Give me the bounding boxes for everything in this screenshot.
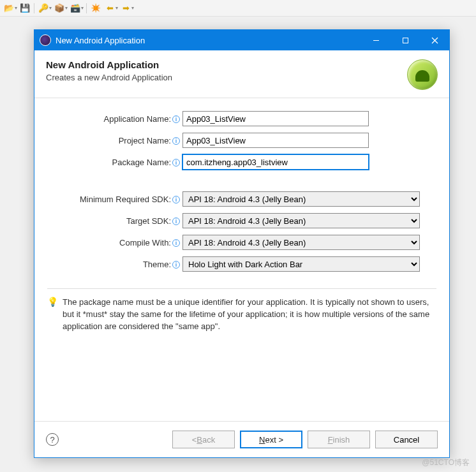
footer: ? < Back Next > Finish Cancel [34, 421, 449, 457]
application-name-input[interactable] [182, 111, 369, 126]
compile-with-label: Compile With:i [50, 238, 182, 247]
min-sdk-select[interactable]: API 18: Android 4.3 (Jelly Bean) [182, 191, 420, 207]
minimize-button[interactable] [361, 30, 390, 50]
info-icon[interactable]: i [172, 159, 180, 166]
theme-select[interactable]: Holo Light with Dark Action Bar [182, 256, 420, 272]
compile-with-select[interactable]: API 18: Android 4.3 (Jelly Bean) [182, 235, 420, 250]
star-icon[interactable]: ✴️ [89, 2, 102, 15]
page-title: New Android Application [46, 59, 407, 70]
info-icon[interactable]: i [172, 239, 180, 247]
maximize-button[interactable] [390, 30, 420, 50]
close-button[interactable] [420, 30, 449, 50]
divider [47, 288, 436, 289]
next-button[interactable]: Next > [240, 431, 302, 448]
watermark: @51CTO博客 [422, 457, 470, 468]
help-button[interactable]: ? [46, 433, 59, 446]
target-sdk-label: Target SDK:i [50, 216, 182, 226]
min-sdk-label: Minimum Required SDK:i [50, 195, 182, 204]
back-button[interactable]: < Back [172, 431, 235, 448]
target-sdk-select[interactable]: API 18: Android 4.3 (Jelly Bean) [182, 213, 420, 228]
info-icon[interactable]: i [172, 115, 180, 123]
save-icon[interactable]: 💾 [19, 2, 31, 15]
android-icon [407, 59, 438, 90]
page-subtitle: Creates a new Android Application [46, 73, 407, 82]
forward-arrow-icon[interactable]: ➡ [119, 2, 132, 15]
info-icon[interactable]: i [172, 261, 180, 269]
project-name-label: Project Name:i [50, 136, 182, 145]
form-area: Application Name:i Project Name:i Packag… [34, 98, 449, 282]
back-arrow-icon[interactable]: ⬅ [103, 2, 116, 15]
lightbulb-icon: 💡 [47, 297, 57, 307]
theme-label: Theme:i [50, 260, 182, 269]
new-android-app-dialog: New Android Application New Android Appl… [34, 29, 450, 458]
ide-toolbar: 📂▾ 💾 🔑▾ 📦▾ 🗃️▾ ✴️ ⬅▾ ➡▾ [0, 0, 476, 17]
project-name-input[interactable] [182, 133, 369, 148]
eclipse-icon [40, 34, 51, 46]
box-icon[interactable]: 🗃️ [69, 2, 82, 15]
package-name-label: Package Name:i [50, 158, 182, 167]
titlebar: New Android Application [34, 30, 449, 50]
key-icon[interactable]: 🔑 [37, 2, 50, 15]
cancel-button[interactable]: Cancel [375, 431, 438, 448]
wizard-header: New Android Application Creates a new An… [34, 50, 449, 98]
svg-rect-1 [403, 38, 408, 43]
open-folder-icon[interactable]: 📂 [3, 2, 15, 15]
info-icon[interactable]: i [172, 196, 180, 203]
info-icon[interactable]: i [172, 137, 180, 145]
package-down-icon[interactable]: 📦 [53, 2, 66, 15]
window-title: New Android Application [56, 36, 361, 45]
hint-box: 💡 The package name must be a unique iden… [34, 295, 449, 334]
info-icon[interactable]: i [172, 218, 180, 225]
app-name-label: Application Name:i [50, 114, 182, 124]
finish-button[interactable]: Finish [308, 431, 370, 448]
hint-text: The package name must be a unique identi… [63, 297, 436, 333]
package-name-input[interactable] [182, 154, 369, 170]
